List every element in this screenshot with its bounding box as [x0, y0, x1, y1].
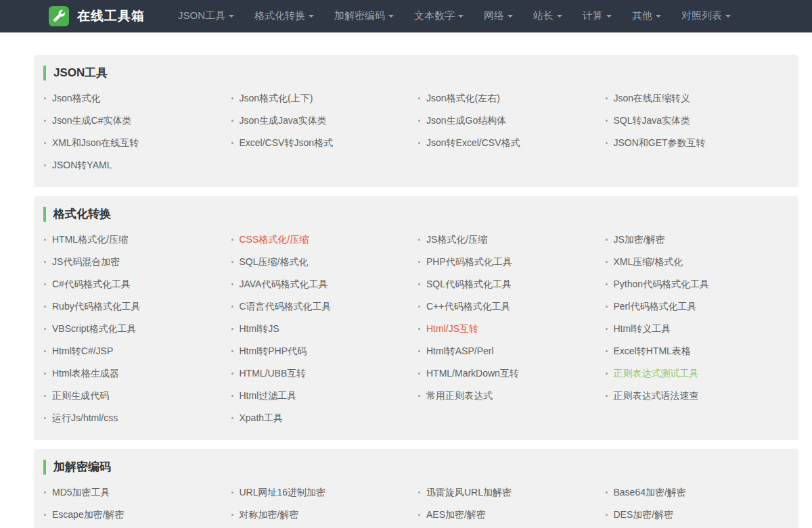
tool-list-item: SQL转Java实体类 [604, 110, 791, 132]
bullet-icon [231, 395, 233, 397]
bullet-icon [418, 328, 420, 330]
tool-link[interactable]: SQL压缩/格式化 [240, 256, 309, 268]
bullet-icon [231, 142, 233, 144]
tool-link[interactable]: Ruby代码格式化工具 [52, 301, 141, 313]
chevron-down-icon [458, 15, 464, 18]
tool-link[interactable]: DES加密/解密 [614, 509, 674, 521]
chevron-down-icon [508, 15, 513, 18]
brand-title: 在线工具箱 [77, 7, 145, 25]
nav-menu-item-0[interactable]: JSON工具 [168, 0, 244, 32]
tool-link[interactable]: 正则表达式语法速查 [614, 390, 699, 402]
nav-menu-item-2[interactable]: 加解密编码 [324, 0, 404, 32]
tool-link[interactable]: Xpath工具 [240, 412, 284, 425]
tool-link[interactable]: Json转Excel/CSV格式 [426, 137, 520, 149]
bullet-icon [606, 350, 608, 352]
tool-link[interactable]: Base64加密/解密 [614, 487, 686, 499]
nav-menu-item-8[interactable]: 对照列表 [671, 0, 741, 32]
tool-link[interactable]: 运行Js/html/css [52, 412, 118, 425]
tool-link[interactable]: URL网址16进制加密 [240, 487, 326, 499]
tool-link[interactable]: Html转C#/JSP [52, 345, 113, 358]
bullet-icon [231, 417, 233, 419]
tool-link[interactable]: Json格式化(上下) [240, 93, 313, 105]
bullet-icon [44, 328, 46, 330]
tool-list-item: JS加密/解密 [604, 229, 791, 251]
tool-link[interactable]: Json在线压缩转义 [614, 93, 691, 105]
navbar-menu: JSON工具 格式化转换 加解密编码 文本数字 网络 站长 计算 其他 对照列表 [168, 0, 741, 32]
tool-link[interactable]: 正则表达式测试工具 [614, 368, 699, 380]
nav-menu-item-7[interactable]: 其他 [622, 0, 671, 32]
tool-list-item: Html转JS [229, 318, 417, 340]
tool-link[interactable]: Html转PHP代码 [240, 345, 307, 358]
tool-list-item: C语言代码格式化工具 [229, 295, 417, 318]
tool-link[interactable]: XML压缩/格式化 [614, 256, 683, 268]
bullet-icon [418, 373, 420, 375]
nav-menu-label: 其他 [632, 9, 652, 22]
tool-link[interactable]: JAVA代码格式化工具 [240, 279, 328, 291]
nav-menu-item-6[interactable]: 计算 [572, 0, 622, 32]
nav-menu-label: 站长 [533, 9, 554, 22]
tool-list-item: SQL代码格式化工具 [416, 273, 604, 295]
tool-link[interactable]: Json生成Java实体类 [240, 115, 327, 127]
tool-link[interactable]: 正则生成代码 [52, 390, 109, 402]
tool-link[interactable]: C语言代码格式化工具 [240, 301, 332, 313]
tool-link[interactable]: Json生成Go结构体 [426, 115, 506, 127]
nav-menu-item-1[interactable]: 格式化转换 [244, 0, 324, 32]
tool-link[interactable]: Json生成C#实体类 [52, 115, 131, 127]
tool-link[interactable]: Html表格生成器 [52, 368, 119, 380]
bullet-icon [44, 306, 46, 308]
tool-link[interactable]: SQL代码格式化工具 [426, 279, 512, 291]
bullet-icon [606, 283, 608, 285]
tool-list-item: Excel/CSV转Json格式 [229, 132, 417, 154]
tool-link[interactable]: Excel/CSV转Json格式 [240, 137, 333, 149]
tool-link[interactable]: VBScript格式化工具 [52, 323, 136, 335]
tool-link[interactable]: Html过滤工具 [240, 390, 297, 402]
nav-menu-item-5[interactable]: 站长 [523, 0, 572, 32]
tool-link[interactable]: JS代码混合加密 [52, 256, 120, 268]
bullet-icon [418, 283, 420, 285]
tool-link[interactable]: Json格式化 [52, 93, 101, 105]
tool-link[interactable]: Escape加密/解密 [52, 509, 125, 521]
tool-link[interactable]: JS格式化/压缩 [426, 234, 487, 246]
tool-link[interactable]: C++代码格式化工具 [426, 301, 510, 313]
bullet-icon [44, 261, 46, 263]
tool-link[interactable]: JS加密/解密 [614, 234, 665, 246]
tool-link[interactable]: PHP代码格式化工具 [426, 256, 512, 268]
tool-link[interactable]: XML和Json在线互转 [52, 137, 139, 149]
tool-link[interactable]: C#代码格式化工具 [52, 279, 131, 291]
tool-link[interactable]: Html转ASP/Perl [426, 345, 494, 358]
bullet-icon [606, 514, 608, 516]
tool-link[interactable]: AES加密/解密 [426, 509, 486, 521]
nav-menu-item-4[interactable]: 网络 [474, 0, 523, 32]
tool-link[interactable]: HTML/MarkDown互转 [426, 368, 519, 380]
nav-menu-label: 对照列表 [681, 9, 722, 22]
tool-list-item: C++代码格式化工具 [416, 295, 604, 318]
tool-link[interactable]: JSON和GET参数互转 [614, 137, 706, 149]
bullet-icon [44, 239, 46, 241]
bullet-icon [231, 261, 233, 263]
tool-list-item: Python代码格式化工具 [604, 273, 791, 295]
tool-link[interactable]: 迅雷旋风URL加解密 [426, 487, 512, 499]
tool-link[interactable]: MD5加密工具 [52, 487, 110, 499]
tool-link[interactable]: Html转义工具 [614, 323, 671, 335]
tool-list-item: Json格式化 [42, 87, 229, 110]
tool-link[interactable]: 对称加密/解密 [240, 509, 299, 521]
tool-link[interactable]: Excel转HTML表格 [614, 345, 691, 358]
tool-link[interactable]: Json格式化(左右) [426, 93, 500, 105]
tool-link[interactable]: CSS格式化/压缩 [240, 234, 309, 246]
tool-list-item: PHP代码格式化工具 [416, 251, 604, 273]
tool-list-item: Html/JS互转 [416, 318, 604, 340]
brand-link[interactable]: 在线工具箱 [49, 6, 145, 26]
tool-link[interactable]: Html/JS互转 [426, 323, 478, 335]
tool-link[interactable]: Python代码格式化工具 [614, 279, 710, 291]
chevron-down-icon [557, 15, 562, 18]
bullet-icon [606, 142, 608, 144]
nav-menu-item-3[interactable]: 文本数字 [404, 0, 474, 32]
tool-link[interactable]: Perl代码格式化工具 [614, 301, 697, 313]
tool-link[interactable]: SQL转Java实体类 [614, 115, 691, 127]
tool-link[interactable]: HTML格式化/压缩 [52, 234, 128, 246]
tool-link[interactable]: HTML/UBB互转 [240, 368, 307, 380]
nav-menu-label: 网络 [484, 9, 504, 22]
tool-link[interactable]: Html转JS [240, 323, 279, 335]
tool-link[interactable]: 常用正则表达式 [426, 390, 493, 402]
tool-link[interactable]: JSON转YAML [52, 160, 112, 172]
